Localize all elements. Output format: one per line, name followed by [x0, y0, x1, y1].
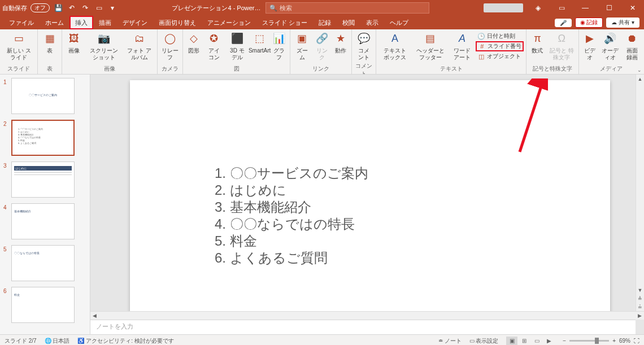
video-button[interactable]: ▶ビデオ: [581, 30, 598, 62]
close-icon[interactable]: ✕: [624, 2, 642, 14]
icons-button[interactable]: ✪アイ コン: [203, 30, 225, 62]
photo-album-button[interactable]: 🗂フォト アルバム: [124, 30, 155, 62]
tab-design[interactable]: デザイン: [117, 16, 153, 29]
shapes-button[interactable]: ◇図形: [185, 30, 202, 55]
slide-canvas[interactable]: 1. 〇〇サービスのご案内 2. はじめに 3. 基本機能紹介 4. 〇〇ならで…: [90, 75, 644, 311]
tab-review[interactable]: 校閲: [337, 16, 360, 29]
symbol-button[interactable]: Ω記号と 特殊文字: [547, 30, 576, 62]
ribbon: ▭新しい スライド スライド ▦表 表 🖼画像 📷スクリーン ショット 🗂フォト…: [0, 29, 644, 75]
fit-to-window-icon[interactable]: ⛶: [634, 338, 639, 344]
wordart-button[interactable]: Aワード アート: [449, 30, 475, 62]
search-placeholder: 検索: [280, 4, 292, 12]
zoom-button[interactable]: ▣ズーム: [293, 30, 311, 62]
undo-icon[interactable]: ↶: [67, 3, 77, 13]
minimize-icon[interactable]: —: [576, 2, 594, 14]
tab-view[interactable]: 表示: [360, 16, 384, 29]
tab-help[interactable]: ヘルプ: [384, 16, 414, 29]
maximize-icon[interactable]: ☐: [600, 2, 618, 14]
language-status[interactable]: 🌐 日本語: [45, 337, 70, 345]
tab-slideshow[interactable]: スライド ショー: [256, 16, 313, 29]
list-item: 6. よくあるご質問: [215, 250, 610, 267]
mic-button[interactable]: 🎤: [555, 19, 572, 27]
ribbon-display-icon[interactable]: ▭: [552, 2, 571, 14]
from-beginning-icon[interactable]: ▭: [94, 3, 104, 13]
audio-button[interactable]: 🔊オーディオ: [599, 30, 621, 62]
diamond-icon[interactable]: ◈: [529, 2, 547, 14]
tab-home[interactable]: ホーム: [40, 16, 69, 29]
slide-content-list: 1. 〇〇サービスのご案内 2. はじめに 3. 基本機能紹介 4. 〇〇ならで…: [215, 165, 610, 267]
new-slide-button[interactable]: ▭新しい スライド: [2, 30, 35, 62]
notes-placeholder: ノートを入力: [96, 323, 133, 330]
sorter-view-icon[interactable]: ⊞: [519, 337, 530, 346]
scroll-left-icon[interactable]: ◀: [90, 313, 99, 318]
image-button[interactable]: 🖼画像: [64, 30, 84, 55]
textbox-button[interactable]: Aテキスト ボックス: [378, 30, 411, 62]
thumbnail-6[interactable]: 6 料金: [1, 287, 89, 323]
tab-transitions[interactable]: 画面切り替え: [153, 16, 202, 29]
horizontal-scrollbar[interactable]: ◀ ▶: [90, 311, 644, 320]
group-label-media: メディア: [581, 65, 642, 74]
zoom-in-icon[interactable]: +: [612, 338, 616, 344]
datetime-button[interactable]: 🕒日付と時刻: [476, 32, 524, 41]
tab-animations[interactable]: アニメーション: [202, 16, 256, 29]
table-button[interactable]: ▦表: [40, 30, 59, 55]
chart-button[interactable]: 📊グラフ: [271, 30, 288, 62]
slide-position[interactable]: スライド 2/7: [5, 337, 37, 345]
screen-recording-button[interactable]: ⏺画面 録画: [623, 30, 642, 62]
autosave-toggle[interactable]: オフ: [31, 3, 50, 12]
save-icon[interactable]: 💾: [53, 3, 63, 13]
comment-button[interactable]: 💬コメント: [354, 30, 373, 62]
scroll-right-icon[interactable]: ▶: [636, 313, 644, 318]
autosave-label: 自動保存: [2, 4, 27, 12]
thumbnail-5[interactable]: 5 〇〇ならではの特長: [1, 245, 89, 281]
search-box[interactable]: 🔍 検索: [266, 2, 429, 14]
collapse-ribbon-icon[interactable]: ⌄: [637, 67, 642, 73]
redo-icon[interactable]: ↷: [80, 3, 90, 13]
tab-draw[interactable]: 描画: [93, 16, 117, 29]
prev-slide-icon[interactable]: ≜: [636, 294, 644, 303]
scroll-down-icon[interactable]: ▼: [636, 286, 644, 294]
display-settings[interactable]: ▭ 表示設定: [469, 337, 499, 345]
share-button[interactable]: ☁ 共有 ▾: [606, 18, 639, 28]
zoom-percent[interactable]: 69%: [619, 338, 630, 344]
zoom-slider[interactable]: [569, 340, 609, 342]
slide-number-button[interactable]: #スライド番号: [476, 41, 524, 51]
object-button[interactable]: ◫オブジェクト: [476, 52, 524, 61]
user-badge[interactable]: [484, 3, 523, 12]
qat-more-icon[interactable]: ▾: [107, 3, 118, 13]
notes-toggle[interactable]: ≐ ノート: [438, 337, 462, 345]
screenshot-button[interactable]: 📷スクリーン ショット: [85, 30, 123, 62]
notes-pane[interactable]: ノートを入力: [90, 320, 636, 334]
action-button[interactable]: ★動作: [332, 30, 349, 55]
equation-button[interactable]: π数式: [529, 30, 546, 55]
thumbnail-2[interactable]: 2 1. 〇〇サービスのご案内2. はじめに3. 基本機能紹介 4. 〇〇ならで…: [1, 120, 89, 156]
slideshow-view-icon[interactable]: ▶: [543, 337, 555, 346]
link-button[interactable]: 🔗リンク: [312, 30, 331, 62]
header-footer-button[interactable]: ▤ヘッダーと フッター: [412, 30, 449, 62]
tab-file[interactable]: ファイル: [3, 16, 40, 29]
slide[interactable]: 1. 〇〇サービスのご案内 2. はじめに 3. 基本機能紹介 4. 〇〇ならで…: [130, 80, 610, 311]
tab-insert[interactable]: 挿入: [69, 16, 93, 29]
next-slide-icon[interactable]: ≟: [636, 303, 644, 311]
thumbnail-3[interactable]: 3 はじめに: [1, 161, 89, 198]
list-item: 4. 〇〇ならではの特長: [215, 216, 610, 233]
list-item: 2. はじめに: [215, 182, 610, 199]
scroll-up-icon[interactable]: ▲: [636, 75, 644, 83]
reading-view-icon[interactable]: ▭: [531, 337, 542, 346]
tab-record[interactable]: 記録: [313, 16, 337, 29]
record-button[interactable]: ◉ 記録: [575, 18, 603, 28]
3dmodel-button[interactable]: ⬛3D モデル: [226, 30, 249, 62]
zoom-out-icon[interactable]: −: [563, 338, 566, 344]
normal-view-icon[interactable]: ▣: [506, 337, 517, 346]
accessibility-status[interactable]: ♿ アクセシビリティ: 検討が必要です: [77, 337, 173, 345]
thumbnail-panel[interactable]: 1 〇〇サービスのご案内 2 1. 〇〇サービスのご案内2. はじめに3. 基本…: [0, 75, 90, 334]
list-item: 1. 〇〇サービスのご案内: [215, 165, 610, 182]
thumbnail-4[interactable]: 4 基本機能紹介: [1, 203, 89, 239]
cameo-button[interactable]: ◯リレー フ: [160, 30, 180, 62]
vertical-scrollbar[interactable]: ▲ ▼ ≜ ≟: [636, 75, 644, 311]
smartart-button[interactable]: ⬚SmartArt: [250, 30, 269, 55]
group-label-text: テキスト: [378, 65, 524, 74]
search-icon: 🔍: [269, 5, 277, 12]
thumbnail-1[interactable]: 1 〇〇サービスのご案内: [1, 78, 89, 114]
view-buttons: ▣ ⊞ ▭ ▶: [506, 337, 555, 346]
